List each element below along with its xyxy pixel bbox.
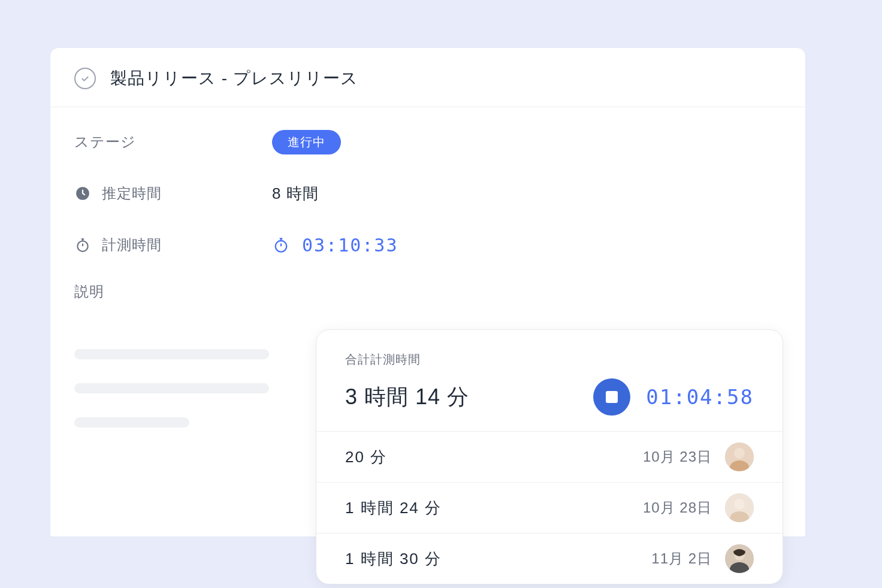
tracked-value-group[interactable]: 03:10:33 — [272, 235, 398, 256]
tracked-label: 計測時間 — [102, 235, 162, 254]
stage-row: ステージ 進行中 — [74, 128, 781, 156]
svg-point-4 — [734, 448, 745, 459]
estimated-label-col: 推定時間 — [74, 184, 272, 203]
card-header: 製品リリース - プレスリリース — [50, 48, 805, 107]
running-timer: 01:04:58 — [646, 385, 754, 409]
check-circle-icon[interactable] — [74, 68, 96, 89]
placeholder-line — [74, 417, 189, 428]
user-avatar — [725, 493, 754, 522]
stage-label-col: ステージ — [74, 132, 272, 151]
stop-icon — [606, 391, 618, 403]
clock-icon — [74, 185, 91, 202]
stop-timer-button[interactable] — [593, 378, 630, 416]
user-avatar — [725, 544, 754, 573]
tracked-label-col: 計測時間 — [74, 235, 272, 254]
entry-duration: 1 時間 24 分 — [345, 498, 442, 519]
stage-badge[interactable]: 進行中 — [272, 130, 341, 154]
estimated-label: 推定時間 — [102, 184, 162, 203]
description-row: 説明 — [74, 282, 781, 311]
total-tracked-label: 合計計測時間 — [345, 351, 754, 368]
svg-point-1 — [77, 241, 87, 251]
tracked-time: 03:10:33 — [302, 235, 398, 256]
time-entries-list: 20 分 10月 23日 1 時間 24 分 10月 28日 — [316, 431, 783, 584]
placeholder-line — [74, 383, 269, 393]
stopwatch-blue-icon — [272, 236, 290, 254]
estimated-value: 8 時間 — [272, 183, 319, 204]
time-tracker-popover: 合計計測時間 3 時間 14 分 01:04:58 20 分 10月 23日 — [316, 329, 783, 584]
entry-date: 11月 2日 — [651, 549, 712, 568]
time-entry[interactable]: 1 時間 24 分 10月 28日 — [316, 483, 783, 534]
svg-point-7 — [734, 499, 745, 510]
stopwatch-icon — [74, 237, 91, 253]
time-entry[interactable]: 1 時間 30 分 11月 2日 — [316, 534, 783, 584]
estimated-row: 推定時間 8 時間 — [74, 179, 781, 208]
description-label: 説明 — [74, 282, 104, 301]
user-avatar — [725, 442, 754, 471]
task-title: 製品リリース - プレスリリース — [110, 67, 358, 90]
entry-date: 10月 23日 — [643, 447, 712, 466]
total-tracked-value: 3 時間 14 分 — [345, 383, 469, 412]
time-entry[interactable]: 20 分 10月 23日 — [316, 432, 783, 483]
stage-label: ステージ — [74, 132, 136, 151]
entry-duration: 20 分 — [345, 447, 387, 468]
tracker-header: 合計計測時間 3 時間 14 分 01:04:58 — [316, 330, 783, 431]
entry-duration: 1 時間 30 分 — [345, 548, 442, 569]
entry-date: 10月 28日 — [643, 498, 712, 517]
placeholder-line — [74, 349, 269, 359]
tracked-row: 計測時間 03:10:33 — [74, 231, 781, 259]
